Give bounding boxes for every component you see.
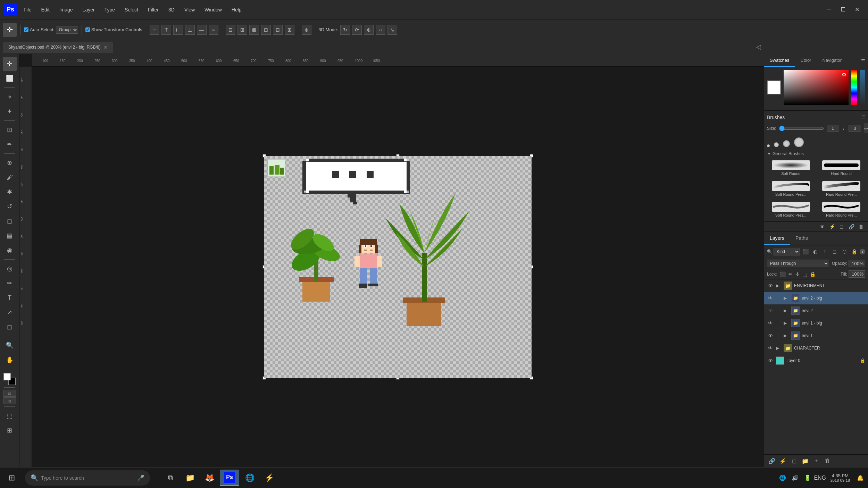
volume-tray-icon[interactable]: 🔊 — [790, 473, 800, 483]
layer-expand-environment[interactable]: ▶ — [776, 283, 782, 288]
start-button[interactable]: ⊞ — [3, 469, 21, 487]
brushes-group-header[interactable]: ▼ General Brushes — [767, 151, 865, 156]
close-document-button[interactable]: ✕ — [103, 44, 108, 50]
system-clock[interactable]: 4:35 PM 2018-09-18 — [828, 473, 853, 482]
link-layers-button[interactable]: 🔗 — [767, 456, 777, 466]
distribute-right-button[interactable]: ⊠ — [249, 25, 259, 35]
history-brush-tool[interactable]: ↺ — [3, 200, 17, 213]
menu-filter[interactable]: Filter — [144, 6, 163, 14]
auto-align-button[interactable]: ⊕ — [302, 25, 311, 35]
text-tool[interactable]: T — [3, 291, 17, 305]
canvas-area[interactable]: 100 150 200 250 300 350 400 450 500 550 … — [19, 54, 764, 467]
brush-tool[interactable]: 🖌 — [3, 170, 17, 184]
align-middle-h-button[interactable]: — — [197, 25, 207, 35]
filter-text-icon[interactable]: T — [821, 247, 829, 256]
menu-view[interactable]: View — [180, 6, 199, 14]
fullscreen-button[interactable]: ⬚ — [3, 409, 17, 423]
collapse-right-panel-button[interactable]: ☰ — [858, 54, 868, 67]
distribute-top-button[interactable]: ⊡ — [261, 25, 271, 35]
add-style-button[interactable]: ⚡ — [778, 456, 788, 466]
lock-all-button[interactable]: 🔒 — [810, 271, 816, 277]
eraser-tool[interactable]: ◻ — [3, 214, 17, 228]
distribute-bottom-button[interactable]: ⊞ — [285, 25, 294, 35]
layer-expand-envi2[interactable]: ▶ — [784, 308, 789, 313]
distribute-center-button[interactable]: ⊞ — [237, 25, 247, 35]
firefox-button[interactable]: 🦊 — [200, 469, 218, 487]
fill-input[interactable] — [849, 270, 865, 278]
brush-soft-round-pressure-2[interactable]: Soft Round Pres... — [767, 201, 815, 219]
alpha-slider[interactable] — [860, 70, 865, 105]
delete-layer-button[interactable]: 🗑 — [823, 456, 832, 466]
layers-fx-icon[interactable]: ⚡ — [828, 222, 836, 231]
move-tool[interactable]: ✛ — [3, 57, 17, 71]
add-mask-button[interactable]: ◻ — [789, 456, 799, 466]
layer-expand-envi2big[interactable]: ▶ — [784, 296, 789, 301]
hand-tool[interactable]: ✋ — [3, 353, 17, 367]
pen-tool[interactable]: ✏ — [3, 276, 17, 290]
brush-size-slider[interactable] — [779, 126, 824, 131]
layer-row-environment[interactable]: 👁 ▶ 📁 ENVIRONMENT — [764, 279, 868, 292]
brush-hardness-input[interactable] — [849, 125, 861, 132]
menu-type[interactable]: Type — [100, 6, 119, 14]
foreground-color-swatch[interactable] — [767, 81, 781, 94]
layer-visibility-layer0[interactable]: 👁 — [767, 357, 774, 364]
3d-roll-button[interactable]: ⟳ — [352, 25, 362, 35]
layer-visibility-envi1big[interactable]: 👁 — [767, 320, 774, 327]
lock-transparent-button[interactable]: ⬛ — [780, 271, 786, 277]
photoshop-taskbar-button[interactable]: Ps — [220, 470, 239, 486]
tab-paths[interactable]: Paths — [790, 232, 813, 245]
color-saturation-field[interactable] — [784, 70, 849, 105]
blend-mode-dropdown[interactable]: Pass Through Normal Multiply Screen — [767, 260, 829, 267]
layer-row-envi1[interactable]: 👁 ▶ 📁 envi 1 — [764, 329, 868, 342]
brush-hard-round-pressure[interactable]: Hard Round Pre... — [818, 180, 866, 198]
shape-tool[interactable]: ◻ — [3, 320, 17, 334]
chrome-button[interactable]: 🌐 — [241, 469, 259, 487]
align-top-button[interactable]: ⊥ — [185, 25, 195, 35]
3d-scale-button[interactable]: ⤡ — [387, 25, 397, 35]
auto-select-checkbox[interactable] — [24, 27, 28, 32]
tab-swatches[interactable]: Swatches — [764, 54, 795, 67]
filter-smart-icon[interactable]: ⬡ — [840, 247, 849, 256]
tab-color[interactable]: Color — [795, 54, 817, 67]
dodge-tool[interactable]: ◎ — [3, 262, 17, 276]
auto-select-dropdown[interactable]: Group Layer — [56, 26, 78, 34]
layers-mask-icon[interactable]: ◻ — [837, 222, 846, 231]
menu-3d[interactable]: 3D — [164, 6, 179, 14]
layers-eyeball-icon[interactable]: 👁 — [818, 222, 826, 231]
hue-slider[interactable] — [851, 70, 857, 105]
layer-visibility-envi1[interactable]: 👁 — [767, 332, 774, 339]
menu-select[interactable]: Select — [120, 6, 142, 14]
align-left-button[interactable]: ⊣ — [150, 25, 159, 35]
layer-visibility-envi2[interactable]: 👁 — [767, 307, 774, 314]
brush-hard-round-pressure-2[interactable]: Hard Round Pre... — [818, 201, 866, 219]
layer-row-layer0[interactable]: 👁 Layer 0 🔒 — [764, 354, 868, 367]
brush-hard-round[interactable]: Hard Round — [818, 159, 866, 177]
menu-help[interactable]: Help — [227, 6, 246, 14]
tab-layers[interactable]: Layers — [764, 232, 790, 245]
maximize-button[interactable]: ⧠ — [836, 3, 850, 16]
filter-shape-icon[interactable]: ◻ — [831, 247, 839, 256]
align-bottom-button[interactable]: ≡ — [209, 25, 218, 35]
layer-visibility-environment[interactable]: 👁 — [767, 282, 774, 289]
lock-artboard-button[interactable]: ⬚ — [802, 271, 807, 277]
layer-row-envi2big[interactable]: 👁 ▶ 📁 envi 2 - big — [764, 292, 868, 304]
move-tool-icon[interactable]: ✛ — [3, 23, 17, 37]
path-select-tool[interactable]: ↗ — [3, 305, 17, 319]
align-center-v-button[interactable]: ⊤ — [161, 25, 171, 35]
align-right-button[interactable]: ⊢ — [173, 25, 183, 35]
quick-select-tool[interactable]: ✦ — [3, 104, 17, 118]
brush-soft-round-pressure[interactable]: Soft Round Pres... — [767, 180, 815, 198]
quick-mask-button[interactable]: ⊟ — [3, 397, 16, 404]
layer-expand-character[interactable]: ▶ — [776, 346, 782, 351]
brushes-options-icon[interactable]: ≡ — [861, 113, 865, 121]
marquee-tool[interactable]: ⬜ — [3, 71, 17, 85]
close-button[interactable]: ✕ — [850, 3, 864, 16]
distribute-middle-button[interactable]: ⊟ — [273, 25, 283, 35]
blur-tool[interactable]: ◉ — [3, 243, 17, 257]
layer-visibility-character[interactable]: 👁 — [767, 345, 774, 352]
healing-brush-tool[interactable]: ⊕ — [3, 156, 17, 170]
filter-adjust-icon[interactable]: ◐ — [811, 247, 819, 256]
filter-pixel-icon[interactable]: ⬛ — [801, 247, 810, 256]
3d-rotate-button[interactable]: ↻ — [340, 25, 350, 35]
distribute-left-button[interactable]: ⊟ — [226, 25, 235, 35]
